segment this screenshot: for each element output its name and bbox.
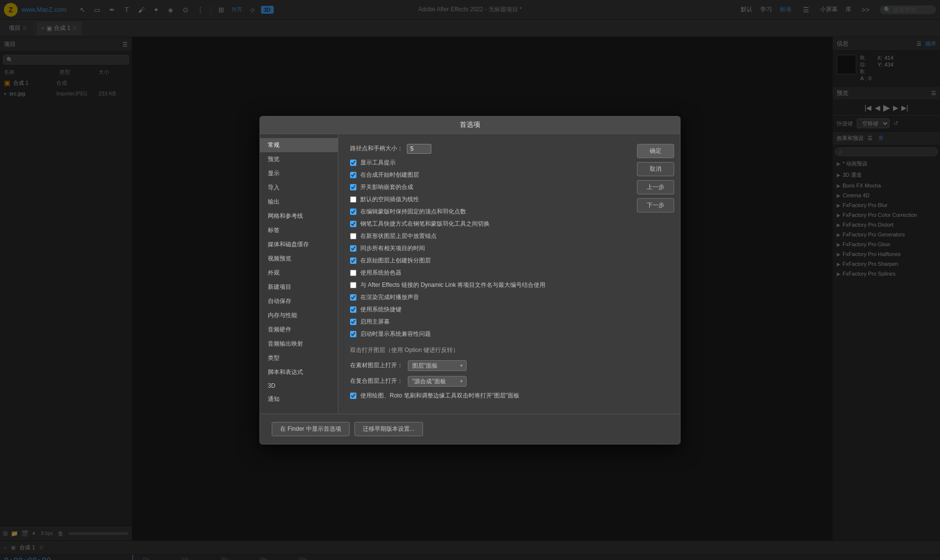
cb-show-tooltips-input[interactable] <box>350 160 356 166</box>
preferences-modal: 首选项 常规 预览 显示 导入 输出 网格和参考线 标签 媒体和磁盘缓存 视频预… <box>259 116 681 444</box>
cb-play-sound-input[interactable] <box>350 294 356 301</box>
pref-preview[interactable]: 预览 <box>260 152 338 166</box>
source-open-label: 在素材图层上打开： <box>350 361 403 370</box>
prev-button[interactable]: 上一步 <box>637 180 674 194</box>
cb-homescreen-label: 启用主屏幕 <box>360 318 390 326</box>
migrate-button[interactable]: 迁移早期版本设置... <box>354 422 423 436</box>
cb-roto: 使用绘图、Roto 笔刷和调整边缘工具双击时将打开"图层"面板 <box>350 392 619 400</box>
cb-dynamic-link-label: 与 After Effects 链接的 Dynamic Link 将项目文件名与… <box>360 281 546 289</box>
double-click-section: 双击打开图层（使用 Option 键进行反转） <box>350 346 619 354</box>
pref-appearance[interactable]: 外观 <box>260 266 338 280</box>
pref-labels[interactable]: 标签 <box>260 223 338 237</box>
cb-pen-shortcut: 钢笔工具快捷方式在钢笔和蒙版羽化工具之间切换 <box>350 220 619 228</box>
pref-import[interactable]: 导入 <box>260 181 338 195</box>
cb-pen-shortcut-label: 钢笔工具快捷方式在钢笔和蒙版羽化工具之间切换 <box>360 220 490 228</box>
cb-default-linear: 默认的空间插值为线性 <box>350 195 619 204</box>
modal-title: 首选项 <box>260 117 680 134</box>
cb-dynamic-link-input[interactable] <box>350 282 356 288</box>
cb-sync-time-input[interactable] <box>350 245 356 252</box>
cb-split-layer: 在原始图层上创建拆分图层 <box>350 257 619 265</box>
pref-memory[interactable]: 内存与性能 <box>260 308 338 323</box>
source-open-select[interactable]: 图层"面板合成面板 <box>408 360 467 371</box>
pref-output[interactable]: 输出 <box>260 195 338 209</box>
pref-display[interactable]: 显示 <box>260 166 338 181</box>
cb-show-tooltips: 显示工具提示 <box>350 159 619 167</box>
path-size-input[interactable] <box>407 144 431 154</box>
cb-preserve-vertex: 在编辑蒙版时保持固定的顶点和羽化点数 <box>350 208 619 216</box>
cb-create-layer-input[interactable] <box>350 172 356 178</box>
cb-switch-affect-label: 开关影响嵌套的合成 <box>360 183 413 191</box>
cb-sync-time: 同步所有相关项目的时间 <box>350 244 619 253</box>
cb-system-shortcuts-input[interactable] <box>350 306 356 313</box>
comp-open-row: 在复合图层上打开： "源合成"面板图层面板 <box>350 376 619 387</box>
path-size-label: 路径点和手柄大小： <box>350 144 403 153</box>
pref-audio-map[interactable]: 音频输出映射 <box>260 337 338 351</box>
cb-anchor-new-shape-input[interactable] <box>350 233 356 239</box>
cb-compat-warning: 启动时显示系统兼容性问题 <box>350 330 619 338</box>
modal-sidebar: 常规 预览 显示 导入 输出 网格和参考线 标签 媒体和磁盘缓存 视频预览 外观… <box>260 134 338 414</box>
cb-split-layer-input[interactable] <box>350 257 356 264</box>
comp-open-dropdown-wrap: "源合成"面板图层面板 <box>408 376 467 387</box>
cb-sync-time-label: 同步所有相关项目的时间 <box>360 244 425 253</box>
pref-newproject[interactable]: 新建项目 <box>260 280 338 294</box>
cb-switch-affect-input[interactable] <box>350 184 356 190</box>
cb-create-layer: 在合成开始时创建图层 <box>350 171 619 179</box>
pref-3d[interactable]: 3D <box>260 379 338 392</box>
cb-anchor-new-shape-label: 在新形状图层上层中放置锚点 <box>360 232 437 240</box>
cb-homescreen: 启用主屏幕 <box>350 318 619 326</box>
comp-open-label: 在复合图层上打开： <box>350 377 403 385</box>
cb-play-sound: 在渲染完成时播放声音 <box>350 293 619 302</box>
pref-media[interactable]: 媒体和磁盘缓存 <box>260 237 338 252</box>
cb-split-layer-label: 在原始图层上创建拆分图层 <box>360 257 431 265</box>
pref-scripts[interactable]: 脚本和表达式 <box>260 365 338 379</box>
cb-dynamic-link: 与 After Effects 链接的 Dynamic Link 将项目文件名与… <box>350 281 619 289</box>
modal-body: 常规 预览 显示 导入 输出 网格和参考线 标签 媒体和磁盘缓存 视频预览 外观… <box>260 134 680 414</box>
cb-default-linear-label: 默认的空间插值为线性 <box>360 195 419 204</box>
modal-side-buttons: 确定 取消 上一步 下一步 <box>631 134 680 414</box>
pref-autosave[interactable]: 自动保存 <box>260 294 338 308</box>
cb-compat-warning-input[interactable] <box>350 331 356 337</box>
ok-button[interactable]: 确定 <box>637 144 674 158</box>
cb-color-picker-input[interactable] <box>350 270 356 276</box>
cb-preserve-vertex-input[interactable] <box>350 209 356 215</box>
cb-roto-label: 使用绘图、Roto 笔刷和调整边缘工具双击时将打开"图层"面板 <box>360 392 519 400</box>
cb-compat-warning-label: 启动时显示系统兼容性问题 <box>360 330 431 338</box>
cb-system-shortcuts: 使用系统快捷键 <box>350 305 619 314</box>
modal-main-content: 路径点和手柄大小： 显示工具提示 在合成开始时创建图层 开关影响嵌套的合成 <box>338 134 631 414</box>
cb-color-picker-label: 使用系统拾色器 <box>360 269 401 277</box>
pref-audio-hw[interactable]: 音频硬件 <box>260 323 338 337</box>
comp-open-select[interactable]: "源合成"面板图层面板 <box>408 376 467 387</box>
cb-switch-affect: 开关影响嵌套的合成 <box>350 183 619 191</box>
cb-roto-input[interactable] <box>350 393 356 399</box>
path-size-row: 路径点和手柄大小： <box>350 144 619 154</box>
source-open-row: 在素材图层上打开： 图层"面板合成面板 <box>350 360 619 371</box>
cb-color-picker: 使用系统拾色器 <box>350 269 619 277</box>
pref-notifications[interactable]: 通知 <box>260 392 338 406</box>
cb-preserve-vertex-label: 在编辑蒙版时保持固定的顶点和羽化点数 <box>360 208 466 216</box>
cb-default-linear-input[interactable] <box>350 196 356 203</box>
cb-pen-shortcut-input[interactable] <box>350 221 356 227</box>
source-open-dropdown-wrap: 图层"面板合成面板 <box>408 360 467 371</box>
pref-video[interactable]: 视频预览 <box>260 252 338 266</box>
cb-system-shortcuts-label: 使用系统快捷键 <box>360 305 401 314</box>
cb-show-tooltips-label: 显示工具提示 <box>360 159 396 167</box>
preferences-modal-overlay: 首选项 常规 预览 显示 导入 输出 网格和参考线 标签 媒体和磁盘缓存 视频预… <box>0 0 940 560</box>
cb-anchor-new-shape: 在新形状图层上层中放置锚点 <box>350 232 619 240</box>
cb-create-layer-label: 在合成开始时创建图层 <box>360 171 419 179</box>
pref-general[interactable]: 常规 <box>260 138 338 152</box>
pref-grid[interactable]: 网格和参考线 <box>260 209 338 223</box>
cb-homescreen-input[interactable] <box>350 319 356 325</box>
modal-footer: 在 Finder 中显示首选项 迁移早期版本设置... <box>260 414 680 444</box>
finder-button[interactable]: 在 Finder 中显示首选项 <box>272 422 350 436</box>
cancel-button[interactable]: 取消 <box>637 162 674 176</box>
pref-type[interactable]: 类型 <box>260 351 338 365</box>
next-button[interactable]: 下一步 <box>637 198 674 212</box>
cb-play-sound-label: 在渲染完成时播放声音 <box>360 293 419 302</box>
